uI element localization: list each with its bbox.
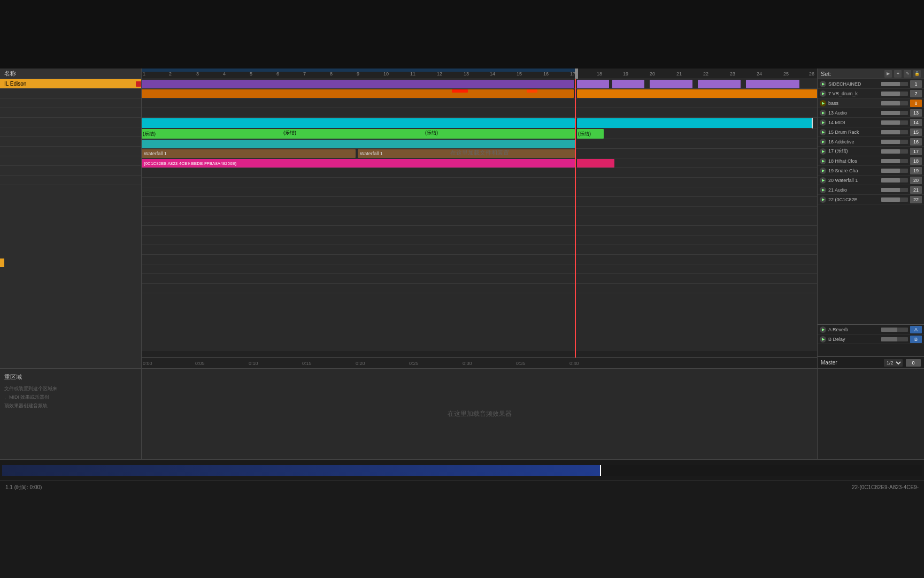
clip-teal-1[interactable] [142, 140, 575, 148]
clip-pink-2[interactable] [577, 159, 614, 168]
clip-brown-2[interactable]: Waterfall 1 [358, 149, 575, 158]
ch-play-ra[interactable]: ▶ [820, 326, 826, 333]
track-row-waterfall[interactable]: {0C1C82E9-A823-4CE9-BEDE-FFBA8A48256E} [142, 158, 817, 168]
ch-fader-bass[interactable] [881, 101, 908, 105]
ch-play-7[interactable]: ▶ [820, 158, 826, 164]
ch-play-bass[interactable]: ▶ [820, 100, 826, 107]
ch-play-5[interactable]: ▶ [820, 139, 826, 145]
ch-fader-5[interactable] [881, 140, 908, 144]
channel-item-5[interactable]: ▶ 16 Addictive 16 [818, 137, 924, 147]
track-row-audio13[interactable] [142, 108, 817, 118]
ch-play-0[interactable]: ▶ [820, 81, 826, 87]
return-b-fader[interactable] [881, 337, 908, 341]
ch-number-9: 20 [910, 177, 922, 184]
clip-inner-label-1: (乐结) [283, 130, 296, 136]
status-time: 1.1 (时间: 0:00) [5, 484, 42, 491]
clip-sidechained-1[interactable] [142, 80, 574, 88]
clip-sidechained-5[interactable] [698, 80, 741, 88]
channel-item-0[interactable]: ▶ SIDECHAINED 1 [818, 79, 924, 89]
clip-pink-1[interactable]: {0C1C82E9-A823-4CE9-BEDE-FFBA8A48256E} [142, 159, 575, 168]
master-channel[interactable]: Master 1/2 3/4 0 [818, 356, 924, 368]
ruler-6: 6 [276, 71, 279, 77]
clip-sidechained-6[interactable] [746, 80, 799, 88]
channel-item-2[interactable]: ▶ 13 Audio 13 [818, 108, 924, 118]
ch-fader-1[interactable] [881, 92, 908, 96]
track-row-hihat[interactable] [142, 139, 817, 149]
clip-cyan-2[interactable] [577, 118, 812, 128]
ruler-12: 12 [437, 71, 442, 77]
ch-fader-8[interactable] [881, 169, 908, 173]
track-name-il-edison[interactable]: IL Edison [0, 79, 141, 89]
track-row-sidechained[interactable] [142, 79, 817, 89]
channel-item-7[interactable]: ▶ 18 Hihat Clos 18 [818, 156, 924, 166]
clip-green-2[interactable]: (乐结) [577, 129, 604, 139]
rp-icon-4[interactable]: 🔒 [913, 70, 921, 78]
clip-drum-1[interactable] [142, 89, 574, 98]
track-row-addictive[interactable]: (乐结) (乐结) (乐结) (乐结) [142, 128, 817, 139]
ch-fader-0[interactable] [881, 82, 908, 86]
track-row-drum[interactable] [142, 89, 817, 98]
channel-item-bass[interactable]: ▶ bass 8 [818, 98, 924, 108]
right-panel: Set: ▶ ✦ ✎ 🔒 ▶ SIDECHAINED 1 ▶ 7 VR_drum… [817, 69, 924, 368]
ch-fader-9[interactable] [881, 178, 908, 182]
ch-fader-6[interactable] [881, 149, 908, 154]
track-row-snare[interactable]: Waterfall 1 Waterfall 1 [142, 149, 817, 158]
clip-brown-1[interactable]: Waterfall 1 [142, 149, 356, 158]
ch-play-9[interactable]: ▶ [820, 177, 826, 184]
ruler-22: 22 [703, 71, 709, 77]
ch-play-2[interactable]: ▶ [820, 110, 826, 116]
clip-green-1[interactable]: (乐结) [142, 129, 575, 139]
clip-sidechained-2[interactable] [577, 80, 609, 88]
ch-fader-2[interactable] [881, 111, 908, 115]
rp-icon-3[interactable]: ✎ [904, 70, 911, 78]
ch-play-11[interactable]: ▶ [820, 196, 826, 203]
track-row-drumrack[interactable] [142, 118, 817, 128]
ch-play-6[interactable]: ▶ [820, 148, 826, 155]
ch-fader-4[interactable] [881, 130, 908, 134]
track-row-empty6 [142, 216, 817, 226]
clip-cyan-1[interactable] [142, 118, 575, 128]
track-row-bass[interactable] [142, 98, 817, 108]
channel-item-1[interactable]: ▶ 7 VR_drum_k 7 [818, 89, 924, 98]
clip-red-accent2[interactable] [527, 89, 537, 93]
master-select[interactable]: 1/2 3/4 [884, 359, 903, 367]
clip-sidechained-4[interactable] [650, 80, 692, 88]
bottom-left: 重区域 文件或装置到这个区域来 、MIDI 效果或乐器创 顶效果器创建音频轨 [0, 368, 142, 459]
return-a[interactable]: ▶ A Reverb A [818, 325, 924, 334]
time-0:05: 0:05 [195, 361, 205, 366]
ch-play-1[interactable]: ▶ [820, 90, 826, 97]
time-0:20: 0:20 [356, 361, 365, 366]
timeline-area[interactable]: 1 2 3 4 5 6 7 8 9 10 11 12 13 14 15 16 1… [142, 69, 817, 368]
ch-fader-11[interactable] [881, 197, 908, 202]
channel-item-8[interactable]: ▶ 19 Snare Cha 19 [818, 166, 924, 176]
ch-play-3[interactable]: ▶ [820, 119, 826, 126]
ch-fader-3[interactable] [881, 120, 908, 125]
clip-sidechained-3[interactable] [612, 80, 644, 88]
ruler-4: 4 [223, 71, 226, 77]
track-mute-btn[interactable] [136, 81, 141, 87]
ch-play-4[interactable]: ▶ [820, 129, 826, 135]
track-row-empty2 [142, 178, 817, 187]
clip-red-accent[interactable] [452, 89, 468, 93]
channel-item-9[interactable]: ▶ 20 Waterfall 1 20 [818, 176, 924, 185]
timeline-bottom-scroll[interactable] [142, 351, 817, 358]
return-b[interactable]: ▶ B Delay B [818, 334, 924, 344]
track-row-empty10 [142, 255, 817, 264]
ch-play-rb[interactable]: ▶ [820, 336, 826, 343]
status-waveform-area [0, 459, 924, 481]
channel-item-6[interactable]: ▶ 17 (乐结) 17 [818, 147, 924, 156]
rp-icon-2[interactable]: ✦ [894, 70, 902, 78]
ch-play-8[interactable]: ▶ [820, 168, 826, 174]
ch-play-10[interactable]: ▶ [820, 187, 826, 193]
waveform-overview[interactable] [2, 465, 922, 476]
channel-item-11[interactable]: ▶ 22 (0C1C82E 22 [818, 195, 924, 204]
clip-drum-2[interactable] [577, 89, 817, 98]
return-a-fader[interactable] [881, 328, 908, 332]
channel-item-3[interactable]: ▶ 14 MIDI 14 [818, 118, 924, 127]
channel-item-10[interactable]: ▶ 21 Audio 21 [818, 185, 924, 195]
tracks-container[interactable]: (乐结) (乐结) (乐结) (乐结) Waterfall 1 Waterfal… [142, 79, 817, 358]
ch-fader-10[interactable] [881, 188, 908, 192]
channel-item-4[interactable]: ▶ 15 Drum Rack 15 [818, 127, 924, 137]
rp-icon-1[interactable]: ▶ [884, 70, 892, 78]
ch-fader-7[interactable] [881, 159, 908, 163]
